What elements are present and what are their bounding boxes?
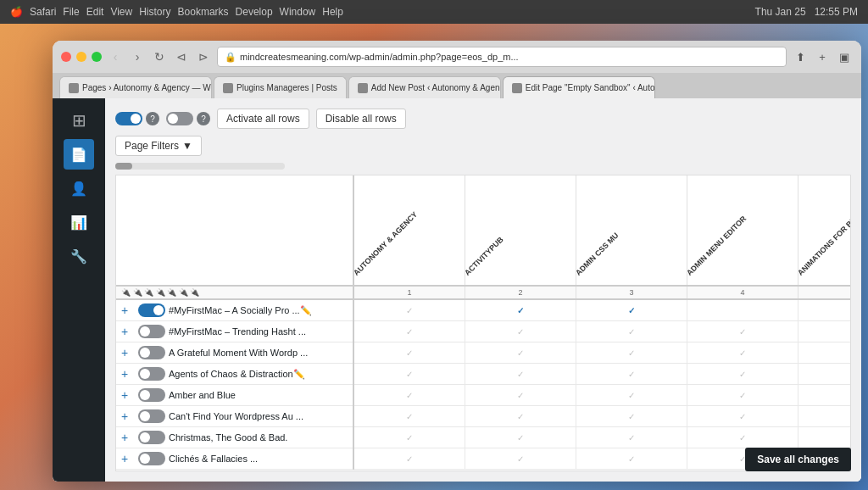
save-all-changes-button[interactable]: Save all changes (745, 448, 851, 471)
expand-row-button[interactable]: + (121, 325, 135, 338)
expand-row-button[interactable]: + (121, 303, 135, 317)
data-cell[interactable]: ✓ (576, 406, 687, 427)
close-button[interactable] (61, 52, 71, 62)
develop-menu[interactable]: Develop (236, 6, 273, 18)
data-cell[interactable]: ✓ (465, 342, 576, 364)
tab-3[interactable]: Edit Page "Empty Sandbox" ‹ Autonomy &..… (503, 76, 655, 98)
row-header: +Can't Find Your Wordpress Au ... (116, 406, 353, 427)
row-toggle[interactable] (138, 367, 165, 381)
data-cell[interactable]: ✓ (576, 342, 687, 364)
data-cell[interactable]: ✓ (465, 385, 576, 406)
data-cell[interactable]: ✓ (465, 448, 576, 470)
data-cell[interactable]: ✓ (798, 406, 852, 427)
data-cell[interactable]: ✓ (798, 321, 852, 342)
toggle-2[interactable] (166, 112, 193, 125)
help-menu[interactable]: Help (322, 6, 343, 18)
data-cell[interactable]: ✓ (576, 448, 687, 470)
view-menu[interactable]: View (110, 6, 132, 18)
page-filters-button[interactable]: Page Filters ▼ (115, 136, 202, 156)
data-cell[interactable]: ✓ (353, 299, 465, 321)
apple-menu[interactable]: 🍎 (10, 6, 23, 18)
toggle-1[interactable] (115, 112, 142, 125)
expand-row-button[interactable]: + (121, 409, 135, 423)
data-cell[interactable]: ✓ (798, 385, 852, 406)
traffic-lights (61, 52, 102, 62)
bookmarks-menu[interactable]: Bookmarks (178, 6, 229, 18)
data-cell[interactable]: ✓ (465, 364, 576, 385)
data-cell[interactable]: ✓ (465, 321, 576, 342)
data-cell[interactable]: ✓ (798, 342, 852, 364)
address-bar[interactable]: 🔒 mindcreatesmeaning.com/wp-admin/admin.… (217, 47, 787, 67)
data-cell[interactable]: ✓ (465, 406, 576, 427)
tab-1[interactable]: Plugins Manageres | Posts (214, 76, 347, 98)
data-table-wrapper[interactable]: AUTONOMY & AGENCY ACTIVITYPUB ADMIN CSS … (115, 175, 851, 471)
help-icon-2[interactable]: ? (197, 112, 210, 125)
table-row: +Agents of Chaos & Distraction✏️✓✓✓✓✓✓✓✓… (116, 364, 851, 385)
data-cell[interactable]: ✓ (576, 299, 687, 321)
reload-button[interactable]: ↻ (151, 48, 168, 65)
safari-menu[interactable]: Safari (30, 6, 56, 18)
row-toggle[interactable] (138, 431, 165, 444)
activate-all-button[interactable]: Activate all rows (217, 109, 309, 129)
maximize-button[interactable] (92, 52, 102, 62)
help-icon-1[interactable]: ? (146, 112, 159, 125)
data-cell[interactable]: ✓ (576, 321, 687, 342)
data-cell[interactable]: ✓ (687, 342, 798, 364)
expand-row-button[interactable]: + (121, 388, 135, 402)
window-menu[interactable]: Window (280, 6, 316, 18)
data-cell[interactable]: ✓ (353, 448, 465, 470)
row-toggle[interactable] (138, 452, 165, 465)
data-cell[interactable]: ✓ (353, 364, 465, 385)
sidebar-icon-users[interactable]: 👤 (64, 173, 94, 203)
data-cell[interactable]: ✓ (798, 364, 852, 385)
col-num-2: 2 (465, 286, 576, 299)
data-cell[interactable]: ✓ (687, 406, 798, 427)
row-toggle[interactable] (138, 388, 165, 402)
row-toggle[interactable] (138, 303, 165, 317)
data-cell[interactable]: ✓ (353, 321, 465, 342)
data-cell[interactable]: ✓ (576, 427, 687, 448)
sidebar-icon-wp[interactable]: ⊞ (64, 105, 94, 136)
sidebar-icon-stats[interactable]: 📊 (64, 207, 94, 237)
row-toggle[interactable] (138, 409, 165, 423)
next-page-button[interactable]: ⊳ (195, 48, 212, 65)
expand-row-button[interactable]: + (121, 346, 135, 359)
data-cell[interactable]: ✓ (465, 427, 576, 448)
data-cell[interactable]: ✓ (576, 364, 687, 385)
back-button[interactable]: ‹ (107, 48, 124, 65)
prev-page-button[interactable]: ⊲ (173, 48, 190, 65)
sidebar-icon-pages[interactable]: 📄 (64, 139, 94, 170)
sidebar-icon-settings[interactable]: 🔧 (64, 241, 94, 271)
history-menu[interactable]: History (139, 6, 170, 18)
data-cell[interactable]: ✓ (798, 299, 852, 321)
data-cell[interactable]: ✓ (576, 385, 687, 406)
scrollbar-thumb[interactable] (115, 163, 132, 170)
sidebar-toggle-icon[interactable]: ▣ (836, 48, 853, 65)
tab-0[interactable]: Pages › Autonomy & Agency — WordPress (59, 76, 212, 98)
expand-row-button[interactable]: + (121, 367, 135, 381)
data-cell[interactable]: ✓ (353, 342, 465, 364)
expand-row-button[interactable]: + (121, 452, 135, 465)
forward-button[interactable]: › (129, 48, 146, 65)
file-menu[interactable]: File (63, 6, 79, 18)
data-cell[interactable]: ✓ (353, 406, 465, 427)
data-cell[interactable]: ✓ (687, 364, 798, 385)
disable-all-button[interactable]: Disable all rows (316, 109, 406, 129)
row-toggle[interactable] (138, 346, 165, 359)
expand-row-button[interactable]: + (121, 431, 135, 444)
data-cell[interactable]: ✓ (687, 427, 798, 448)
minimize-button[interactable] (76, 52, 86, 62)
data-cell[interactable]: ✓ (798, 427, 852, 448)
data-cell[interactable]: ✓ (687, 385, 798, 406)
horizontal-scrollbar[interactable] (115, 163, 285, 170)
data-cell[interactable] (687, 299, 798, 321)
edit-menu[interactable]: Edit (86, 6, 104, 18)
row-toggle[interactable] (138, 325, 165, 338)
data-cell[interactable]: ✓ (687, 321, 798, 342)
data-cell[interactable]: ✓ (353, 427, 465, 448)
new-tab-icon[interactable]: + (814, 48, 831, 65)
data-cell[interactable]: ✓ (353, 385, 465, 406)
tab-2[interactable]: Add New Post ‹ Autonomy & Agency — Wo... (348, 76, 501, 98)
data-cell[interactable]: ✓ (465, 299, 576, 321)
share-icon[interactable]: ⬆ (792, 48, 809, 65)
